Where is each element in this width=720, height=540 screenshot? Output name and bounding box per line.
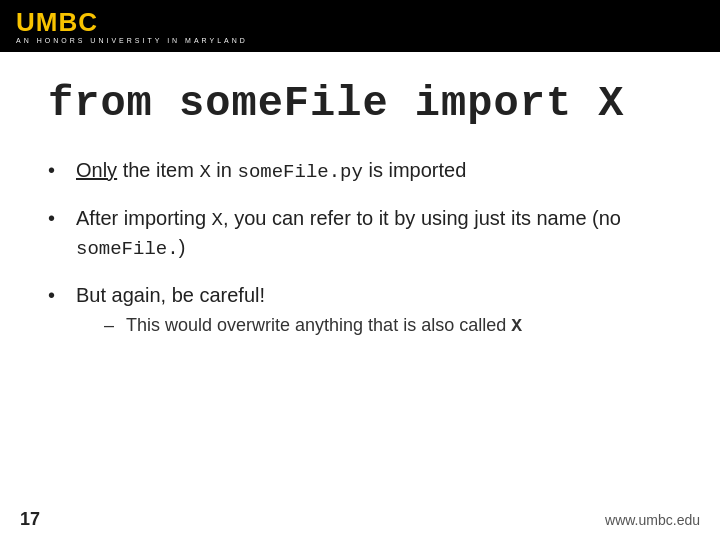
logo-umbc: UMBC (16, 9, 248, 35)
code-somefile-dot: someFile. (76, 238, 179, 260)
bullet-text-2: After importing X, you can refer to it b… (76, 204, 672, 263)
bullet-icon: • (48, 204, 72, 232)
sub-dash-icon: – (104, 313, 126, 338)
only-text: Only (76, 159, 117, 181)
code-x-2: X (212, 209, 223, 231)
website-url: www.umbc.edu (605, 512, 700, 528)
code-x-sub: X (511, 316, 522, 336)
bullet-text-3: But again, be careful! – This would over… (76, 281, 672, 339)
slide-number: 17 (20, 509, 40, 530)
list-item: • After importing X, you can refer to it… (48, 204, 672, 263)
slide-title: from someFile import X (48, 80, 672, 128)
bullet-list: • Only the item X in someFile.py is impo… (48, 156, 672, 339)
code-somefile-py: someFile.py (237, 161, 362, 183)
logo-subtitle: AN HONORS UNIVERSITY IN MARYLAND (16, 37, 248, 44)
bullet-icon: • (48, 281, 72, 309)
list-item: • Only the item X in someFile.py is impo… (48, 156, 672, 186)
main-content: from someFile import X • Only the item X… (0, 52, 720, 377)
code-x-1: X (199, 161, 210, 183)
sub-bullet: – This would overwrite anything that is … (104, 313, 672, 339)
footer: 17 www.umbc.edu (0, 509, 720, 530)
list-item: • But again, be careful! – This would ov… (48, 281, 672, 339)
logo-area: UMBC AN HONORS UNIVERSITY IN MARYLAND (16, 9, 248, 44)
bullet-text-1: Only the item X in someFile.py is import… (76, 156, 672, 186)
bullet-icon: • (48, 156, 72, 184)
sub-bullet-text: This would overwrite anything that is al… (126, 313, 522, 339)
header-bar: UMBC AN HONORS UNIVERSITY IN MARYLAND (0, 0, 720, 52)
